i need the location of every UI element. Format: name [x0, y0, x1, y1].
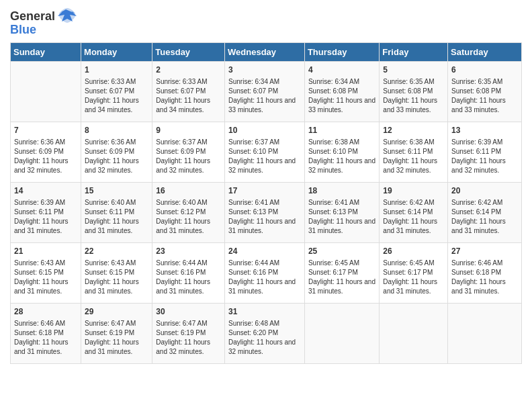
- calendar-cell: [380, 304, 448, 364]
- calendar-cell: 17Sunrise: 6:41 AMSunset: 6:13 PMDayligh…: [225, 183, 305, 243]
- calendar-cell: 20Sunrise: 6:42 AMSunset: 6:14 PMDayligh…: [448, 183, 522, 243]
- day-number: 30: [156, 306, 221, 318]
- day-info: Sunrise: 6:39 AMSunset: 6:11 PMDaylight:…: [451, 138, 518, 175]
- day-number: 7: [14, 125, 77, 136]
- calendar-cell: 29Sunrise: 6:47 AMSunset: 6:19 PMDayligh…: [81, 304, 152, 364]
- page-header: General Blue: [10, 7, 522, 37]
- day-info: Sunrise: 6:42 AMSunset: 6:14 PMDaylight:…: [451, 198, 518, 236]
- calendar-cell: 13Sunrise: 6:39 AMSunset: 6:11 PMDayligh…: [448, 122, 522, 183]
- calendar-week-row: 21Sunrise: 6:43 AMSunset: 6:15 PMDayligh…: [11, 243, 522, 304]
- logo-blue-text: Blue: [10, 23, 36, 37]
- calendar-cell: 4Sunrise: 6:34 AMSunset: 6:08 PMDaylight…: [304, 62, 379, 122]
- calendar-cell: [448, 304, 522, 364]
- calendar-cell: 30Sunrise: 6:47 AMSunset: 6:19 PMDayligh…: [152, 304, 225, 364]
- day-number: 21: [14, 246, 77, 257]
- day-number: 1: [85, 64, 148, 76]
- header-monday: Monday: [81, 43, 152, 62]
- day-info: Sunrise: 6:40 AMSunset: 6:11 PMDaylight:…: [85, 198, 148, 236]
- day-number: 29: [85, 306, 148, 318]
- calendar-cell: 5Sunrise: 6:35 AMSunset: 6:08 PMDaylight…: [380, 62, 448, 122]
- calendar-cell: 16Sunrise: 6:40 AMSunset: 6:12 PMDayligh…: [152, 183, 225, 243]
- day-number: 11: [308, 125, 375, 136]
- day-info: Sunrise: 6:38 AMSunset: 6:10 PMDaylight:…: [308, 138, 375, 175]
- day-info: Sunrise: 6:41 AMSunset: 6:13 PMDaylight:…: [308, 198, 375, 236]
- header-sunday: Sunday: [11, 43, 81, 62]
- calendar-header-row: SundayMondayTuesdayWednesdayThursdayFrid…: [11, 43, 522, 62]
- day-number: 16: [156, 185, 221, 197]
- calendar-table: SundayMondayTuesdayWednesdayThursdayFrid…: [10, 42, 522, 364]
- day-info: Sunrise: 6:38 AMSunset: 6:11 PMDaylight:…: [383, 138, 444, 175]
- calendar-cell: 10Sunrise: 6:37 AMSunset: 6:10 PMDayligh…: [225, 122, 305, 183]
- day-info: Sunrise: 6:43 AMSunset: 6:15 PMDaylight:…: [14, 259, 77, 296]
- calendar-cell: 31Sunrise: 6:48 AMSunset: 6:20 PMDayligh…: [225, 304, 305, 364]
- calendar-cell: [11, 62, 81, 122]
- day-number: 31: [228, 306, 301, 318]
- calendar-cell: 7Sunrise: 6:36 AMSunset: 6:09 PMDaylight…: [11, 122, 81, 183]
- day-number: 26: [383, 246, 444, 257]
- calendar-week-row: 7Sunrise: 6:36 AMSunset: 6:09 PMDaylight…: [11, 122, 522, 183]
- day-number: 8: [85, 125, 148, 136]
- calendar-cell: 27Sunrise: 6:46 AMSunset: 6:18 PMDayligh…: [448, 243, 522, 304]
- day-number: 18: [308, 185, 375, 197]
- calendar-cell: 11Sunrise: 6:38 AMSunset: 6:10 PMDayligh…: [304, 122, 379, 183]
- header-friday: Friday: [380, 43, 448, 62]
- day-info: Sunrise: 6:46 AMSunset: 6:18 PMDaylight:…: [451, 259, 518, 296]
- calendar-cell: 3Sunrise: 6:34 AMSunset: 6:07 PMDaylight…: [225, 62, 305, 122]
- day-info: Sunrise: 6:44 AMSunset: 6:16 PMDaylight:…: [156, 259, 221, 296]
- day-info: Sunrise: 6:44 AMSunset: 6:16 PMDaylight:…: [228, 259, 301, 296]
- day-number: 3: [228, 64, 301, 76]
- day-number: 14: [14, 185, 77, 197]
- calendar-cell: 18Sunrise: 6:41 AMSunset: 6:13 PMDayligh…: [304, 183, 379, 243]
- day-info: Sunrise: 6:45 AMSunset: 6:17 PMDaylight:…: [383, 259, 444, 296]
- day-number: 28: [14, 306, 77, 318]
- day-number: 22: [85, 246, 148, 257]
- day-info: Sunrise: 6:34 AMSunset: 6:08 PMDaylight:…: [308, 77, 375, 115]
- calendar-week-row: 28Sunrise: 6:46 AMSunset: 6:18 PMDayligh…: [11, 304, 522, 364]
- day-number: 17: [228, 185, 301, 197]
- calendar-cell: 24Sunrise: 6:44 AMSunset: 6:16 PMDayligh…: [225, 243, 305, 304]
- day-number: 5: [383, 64, 444, 76]
- day-number: 19: [383, 185, 444, 197]
- day-info: Sunrise: 6:36 AMSunset: 6:09 PMDaylight:…: [85, 138, 148, 175]
- calendar-cell: 23Sunrise: 6:44 AMSunset: 6:16 PMDayligh…: [152, 243, 225, 304]
- calendar-week-row: 1Sunrise: 6:33 AMSunset: 6:07 PMDaylight…: [11, 62, 522, 122]
- day-number: 4: [308, 64, 375, 76]
- header-saturday: Saturday: [448, 43, 522, 62]
- day-info: Sunrise: 6:33 AMSunset: 6:07 PMDaylight:…: [85, 77, 148, 115]
- logo-text: General: [10, 9, 55, 24]
- day-info: Sunrise: 6:47 AMSunset: 6:19 PMDaylight:…: [85, 319, 148, 357]
- calendar-cell: 9Sunrise: 6:37 AMSunset: 6:09 PMDaylight…: [152, 122, 225, 183]
- day-number: 2: [156, 64, 221, 76]
- day-info: Sunrise: 6:34 AMSunset: 6:07 PMDaylight:…: [228, 77, 301, 115]
- calendar-cell: 12Sunrise: 6:38 AMSunset: 6:11 PMDayligh…: [380, 122, 448, 183]
- day-info: Sunrise: 6:33 AMSunset: 6:07 PMDaylight:…: [156, 77, 221, 115]
- logo: General Blue: [10, 7, 78, 37]
- header-tuesday: Tuesday: [152, 43, 225, 62]
- calendar-cell: 15Sunrise: 6:40 AMSunset: 6:11 PMDayligh…: [81, 183, 152, 243]
- day-info: Sunrise: 6:39 AMSunset: 6:11 PMDaylight:…: [14, 198, 77, 236]
- day-number: 15: [85, 185, 148, 197]
- day-info: Sunrise: 6:47 AMSunset: 6:19 PMDaylight:…: [156, 319, 221, 357]
- day-info: Sunrise: 6:36 AMSunset: 6:09 PMDaylight:…: [14, 138, 77, 175]
- day-number: 27: [451, 246, 518, 257]
- calendar-cell: 2Sunrise: 6:33 AMSunset: 6:07 PMDaylight…: [152, 62, 225, 122]
- day-info: Sunrise: 6:40 AMSunset: 6:12 PMDaylight:…: [156, 198, 221, 236]
- day-number: 23: [156, 246, 221, 257]
- day-info: Sunrise: 6:35 AMSunset: 6:08 PMDaylight:…: [383, 77, 444, 115]
- day-info: Sunrise: 6:42 AMSunset: 6:14 PMDaylight:…: [383, 198, 444, 236]
- day-number: 12: [383, 125, 444, 136]
- day-number: 13: [451, 125, 518, 136]
- header-thursday: Thursday: [304, 43, 379, 62]
- calendar-cell: 6Sunrise: 6:35 AMSunset: 6:08 PMDaylight…: [448, 62, 522, 122]
- calendar-cell: 21Sunrise: 6:43 AMSunset: 6:15 PMDayligh…: [11, 243, 81, 304]
- calendar-cell: 8Sunrise: 6:36 AMSunset: 6:09 PMDaylight…: [81, 122, 152, 183]
- day-info: Sunrise: 6:37 AMSunset: 6:09 PMDaylight:…: [156, 138, 221, 175]
- day-info: Sunrise: 6:37 AMSunset: 6:10 PMDaylight:…: [228, 138, 301, 175]
- calendar-cell: 26Sunrise: 6:45 AMSunset: 6:17 PMDayligh…: [380, 243, 448, 304]
- day-number: 25: [308, 246, 375, 257]
- day-info: Sunrise: 6:41 AMSunset: 6:13 PMDaylight:…: [228, 198, 301, 236]
- calendar-cell: 22Sunrise: 6:43 AMSunset: 6:15 PMDayligh…: [81, 243, 152, 304]
- day-info: Sunrise: 6:48 AMSunset: 6:20 PMDaylight:…: [228, 319, 301, 357]
- calendar-cell: 25Sunrise: 6:45 AMSunset: 6:17 PMDayligh…: [304, 243, 379, 304]
- calendar-cell: 28Sunrise: 6:46 AMSunset: 6:18 PMDayligh…: [11, 304, 81, 364]
